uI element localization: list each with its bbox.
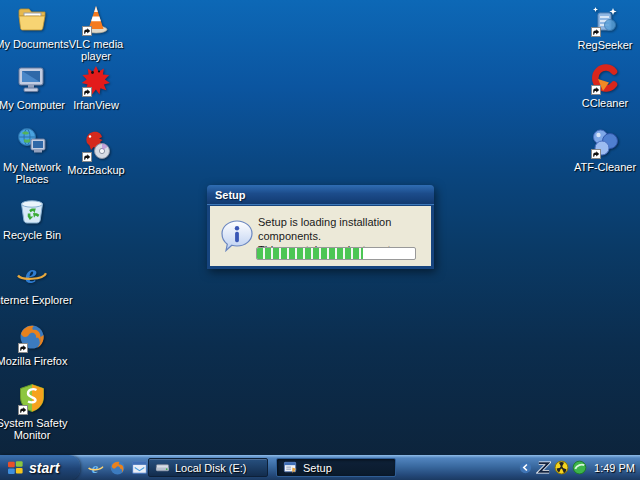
system-tray: 1:49 PM bbox=[513, 455, 640, 480]
desktop-icon-label: IrfanView bbox=[54, 99, 138, 111]
installer-icon bbox=[283, 460, 298, 475]
svg-text:e: e bbox=[25, 259, 37, 289]
desktop-icon-atf-cleaner[interactable]: ATF-Cleaner bbox=[573, 126, 637, 173]
info-balloon-icon bbox=[220, 219, 254, 253]
desktop-icon-label: Mozilla Firefox bbox=[0, 355, 74, 367]
regseeker-icon bbox=[589, 4, 621, 36]
recycle-bin-icon bbox=[16, 194, 48, 226]
shortcut-arrow-icon bbox=[82, 152, 92, 162]
task-button-local-disk-e[interactable]: Local Disk (E:) bbox=[148, 458, 268, 477]
shortcut-arrow-icon bbox=[591, 85, 601, 95]
shortcut-arrow-icon bbox=[18, 405, 28, 415]
desktop-icon-label: System Safety Monitor bbox=[0, 417, 74, 441]
quick-launch: e bbox=[87, 459, 148, 476]
desktop-icon-system-safety-monitor[interactable]: System Safety Monitor bbox=[0, 382, 64, 441]
mozilla-firefox-icon bbox=[16, 320, 48, 352]
dialog-title-bar[interactable]: Setup bbox=[207, 185, 434, 205]
start-button[interactable]: start bbox=[0, 455, 80, 480]
progress-bar bbox=[256, 247, 416, 260]
desktop-icon-vlc-media-player[interactable]: VLC media player bbox=[64, 3, 128, 62]
shortcut-arrow-icon bbox=[82, 87, 92, 97]
desktop-icon-mozilla-firefox[interactable]: Mozilla Firefox bbox=[0, 320, 64, 367]
desktop-icon-label: RegSeeker bbox=[563, 39, 640, 51]
desktop-icon-label: MozBackup bbox=[54, 164, 138, 176]
setup-dialog: Setup Setup is loading installation comp… bbox=[207, 185, 434, 269]
tray-z-logo-icon[interactable] bbox=[536, 460, 551, 475]
task-button-label: Local Disk (E:) bbox=[175, 462, 247, 474]
desktop-icon-label: ATF-Cleaner bbox=[563, 161, 640, 173]
quick-launch-window-icon[interactable] bbox=[131, 459, 148, 476]
desktop-icon-mozbackup[interactable]: MozBackup bbox=[64, 129, 128, 176]
dialog-body: Setup is loading installation components… bbox=[210, 206, 431, 266]
desktop-icon-label: Internet Explorer bbox=[0, 294, 74, 306]
shortcut-arrow-icon bbox=[82, 26, 92, 36]
atf-cleaner-icon bbox=[589, 126, 621, 158]
task-button-label: Setup bbox=[303, 462, 332, 474]
desktop-icon-irfanview[interactable]: IrfanView bbox=[64, 64, 128, 111]
desktop-icon-regseeker[interactable]: RegSeeker bbox=[573, 4, 637, 51]
dialog-message-line1: Setup is loading installation components… bbox=[258, 215, 430, 243]
vlc-media-player-icon bbox=[80, 3, 112, 35]
taskbar: start e 1:49 PM Local Disk (E:)Setup bbox=[0, 455, 640, 480]
my-computer-icon bbox=[16, 64, 48, 96]
irfanview-icon bbox=[80, 64, 112, 96]
start-label: start bbox=[29, 460, 59, 476]
tray-green-orb-icon[interactable] bbox=[572, 460, 587, 475]
desktop-icon-my-network-places[interactable]: My Network Places bbox=[0, 126, 64, 185]
mozbackup-icon bbox=[80, 129, 112, 161]
desktop-icon-ccleaner[interactable]: CCleaner bbox=[573, 62, 637, 109]
system-safety-monitor-icon bbox=[16, 382, 48, 414]
task-button-setup[interactable]: Setup bbox=[276, 458, 396, 477]
tray-radiation-icon[interactable] bbox=[554, 460, 569, 475]
shortcut-arrow-icon bbox=[591, 27, 601, 37]
ccleaner-icon bbox=[589, 62, 621, 94]
desktop-icon-label: CCleaner bbox=[563, 97, 640, 109]
progress-fill bbox=[257, 248, 363, 259]
drive-icon bbox=[155, 460, 170, 475]
taskbar-clock[interactable]: 1:49 PM bbox=[594, 462, 635, 474]
quick-launch-internet-explorer-icon[interactable]: e bbox=[87, 459, 104, 476]
desktop-icon-internet-explorer[interactable]: eInternet Explorer bbox=[0, 259, 64, 306]
svg-text:e: e bbox=[92, 460, 99, 476]
windows-flag-icon bbox=[7, 460, 24, 475]
shortcut-arrow-icon bbox=[18, 343, 28, 353]
desktop-icon-label: Recycle Bin bbox=[0, 229, 74, 241]
internet-explorer-icon: e bbox=[16, 259, 48, 291]
dialog-title: Setup bbox=[215, 189, 246, 201]
desktop-icon-label: VLC media player bbox=[54, 38, 138, 62]
tray-collapse-chevron-icon[interactable] bbox=[518, 460, 533, 475]
desktop-icon-recycle-bin[interactable]: Recycle Bin bbox=[0, 194, 64, 241]
quick-launch-firefox-icon[interactable] bbox=[109, 459, 126, 476]
shortcut-arrow-icon bbox=[591, 149, 601, 159]
my-documents-icon bbox=[16, 3, 48, 35]
xp-desktop-screen: { "desktop": { "icons": [ {"name":"my-do… bbox=[0, 0, 640, 480]
my-network-places-icon bbox=[16, 126, 48, 158]
